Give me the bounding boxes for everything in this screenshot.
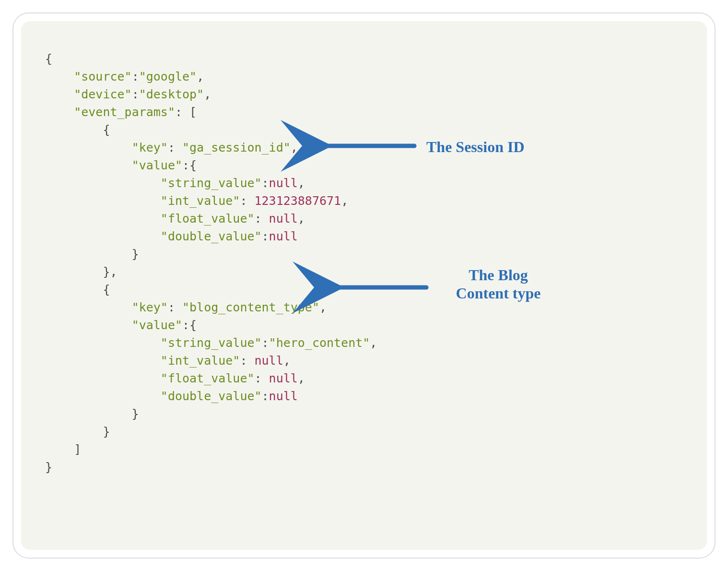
- code-text: {: [45, 52, 52, 66]
- annotation-blog-line1: The Blog: [469, 266, 528, 284]
- annotation-blog-content: The Blog Content type: [443, 266, 553, 302]
- arrow-session-id-icon: [314, 134, 419, 158]
- code-panel: { "source":"google", "device":"desktop",…: [21, 21, 707, 550]
- annotation-blog-line2: Content type: [456, 285, 541, 302]
- json-code-block: { "source":"google", "device":"desktop",…: [45, 50, 688, 476]
- outer-frame: { "source":"google", "device":"desktop",…: [12, 12, 716, 559]
- annotation-session-id: The Session ID: [426, 138, 525, 156]
- arrow-blog-content-icon: [326, 275, 431, 299]
